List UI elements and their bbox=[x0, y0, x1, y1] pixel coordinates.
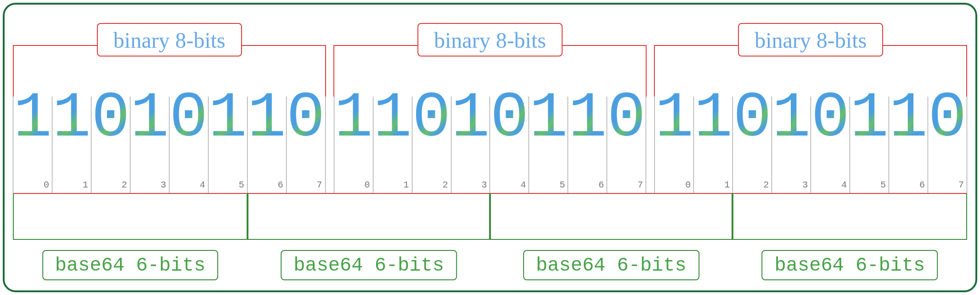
bit-cell: 16 bbox=[247, 96, 287, 193]
bit-index: 2 bbox=[443, 180, 448, 190]
bit-value: 0 bbox=[928, 86, 967, 151]
bit-cell: 02 bbox=[412, 96, 451, 193]
bit-value: 0 bbox=[91, 86, 130, 151]
bit-index: 3 bbox=[481, 180, 487, 190]
bit-index: 0 bbox=[365, 180, 370, 190]
bit-cell: 15 bbox=[850, 96, 889, 193]
base64-label: base64 6-bits bbox=[536, 255, 687, 277]
bit-cell: 15 bbox=[529, 96, 568, 193]
bit-cell: 07 bbox=[286, 96, 326, 193]
bit-index: 0 bbox=[685, 180, 691, 190]
binary-label: binary 8-bits bbox=[113, 28, 225, 52]
base64-label: base64 6-bits bbox=[775, 255, 925, 277]
base64-label-box: base64 6-bits bbox=[281, 250, 457, 280]
bit-index: 3 bbox=[802, 180, 808, 190]
bit-index: 5 bbox=[239, 180, 244, 190]
bit-cell: 13 bbox=[130, 96, 169, 193]
diagram-content: binary 8-bits binary 8-bits binary 8-bit… bbox=[13, 23, 967, 278]
bit-value: 1 bbox=[655, 86, 693, 151]
bit-index: 2 bbox=[763, 180, 769, 190]
bit-value: 1 bbox=[451, 86, 490, 151]
bit-value: 1 bbox=[13, 86, 52, 151]
bit-index: 4 bbox=[520, 180, 526, 190]
base64-label: base64 6-bits bbox=[293, 255, 444, 277]
bit-value: 1 bbox=[373, 86, 412, 151]
bit-index: 2 bbox=[122, 180, 127, 190]
base64-label: base64 6-bits bbox=[55, 255, 206, 277]
base64-brackets: base64 6-bits base64 6-bits base64 6-bit… bbox=[13, 193, 967, 280]
bit-index: 7 bbox=[958, 180, 964, 190]
bit-cell: 15 bbox=[208, 96, 248, 193]
bit-value: 1 bbox=[889, 86, 928, 151]
bit-cell: 11 bbox=[373, 96, 412, 193]
bit-index: 6 bbox=[919, 180, 925, 190]
base64-label-box: base64 6-bits bbox=[523, 250, 699, 280]
bit-index: 7 bbox=[637, 180, 643, 190]
bit-cell: 07 bbox=[928, 96, 967, 193]
bit-index: 6 bbox=[278, 180, 283, 190]
bit-cell: 16 bbox=[889, 96, 928, 193]
bit-cell: 02 bbox=[732, 96, 772, 193]
base64-group-3: base64 6-bits bbox=[732, 193, 967, 280]
bit-value: 1 bbox=[529, 86, 568, 151]
bit-cell: 04 bbox=[169, 96, 208, 193]
byte-1: 10 11 02 13 04 15 16 07 bbox=[334, 96, 647, 193]
bit-cell: 10 bbox=[13, 96, 52, 193]
bit-value: 1 bbox=[334, 86, 373, 151]
bit-value: 1 bbox=[772, 86, 811, 151]
bit-cells: 10 11 02 13 04 15 16 07 10 11 02 13 04 1… bbox=[13, 96, 967, 193]
bit-cell: 11 bbox=[693, 96, 733, 193]
bit-value: 1 bbox=[850, 86, 889, 151]
bit-index: 1 bbox=[83, 180, 88, 190]
bit-value: 0 bbox=[412, 86, 451, 151]
bit-index: 4 bbox=[841, 180, 847, 190]
bit-cell: 10 bbox=[334, 96, 373, 193]
bit-index: 3 bbox=[161, 180, 166, 190]
bit-cell: 02 bbox=[91, 96, 130, 193]
byte-2: 10 11 02 13 04 15 16 07 bbox=[654, 96, 967, 193]
binary-label-box: binary 8-bits bbox=[738, 23, 883, 57]
bit-cell: 04 bbox=[490, 96, 529, 193]
bit-index: 0 bbox=[44, 180, 49, 190]
byte-0: 10 11 02 13 04 15 16 07 bbox=[13, 96, 326, 193]
bit-value: 1 bbox=[248, 86, 286, 151]
base64-group-0: base64 6-bits bbox=[13, 193, 248, 280]
bit-cell: 11 bbox=[52, 96, 91, 193]
binary-label-box: binary 8-bits bbox=[97, 23, 242, 57]
bit-cell: 04 bbox=[811, 96, 850, 193]
binary-label-box: binary 8-bits bbox=[417, 23, 563, 57]
bit-cell: 16 bbox=[568, 96, 607, 193]
bit-value: 1 bbox=[130, 86, 169, 151]
bit-value: 1 bbox=[208, 86, 247, 151]
bit-cell: 10 bbox=[654, 96, 694, 193]
bit-index: 4 bbox=[200, 180, 205, 190]
bit-value: 0 bbox=[811, 86, 850, 151]
bit-value: 0 bbox=[733, 86, 772, 151]
base64-group-1: base64 6-bits bbox=[248, 193, 490, 280]
bit-cell: 13 bbox=[772, 96, 811, 193]
binary-label: binary 8-bits bbox=[434, 28, 546, 52]
bit-value: 1 bbox=[568, 86, 607, 151]
bit-value: 0 bbox=[607, 86, 646, 151]
bit-cell: 07 bbox=[607, 96, 646, 193]
base64-label-box: base64 6-bits bbox=[762, 250, 938, 280]
bit-index: 6 bbox=[598, 180, 604, 190]
binary-label: binary 8-bits bbox=[755, 28, 867, 52]
bit-value: 1 bbox=[52, 86, 91, 151]
bit-index: 5 bbox=[559, 180, 565, 190]
base64-group-2: base64 6-bits bbox=[490, 193, 732, 280]
bit-index: 1 bbox=[724, 180, 730, 190]
bit-index: 5 bbox=[880, 180, 886, 190]
base64-label-box: base64 6-bits bbox=[42, 250, 219, 280]
bit-index: 1 bbox=[404, 180, 409, 190]
bit-value: 0 bbox=[287, 86, 325, 151]
bit-value: 0 bbox=[169, 86, 208, 151]
bit-index: 7 bbox=[317, 180, 322, 190]
bit-value: 0 bbox=[490, 86, 529, 151]
bit-cell: 13 bbox=[451, 96, 490, 193]
bit-value: 1 bbox=[694, 86, 732, 151]
